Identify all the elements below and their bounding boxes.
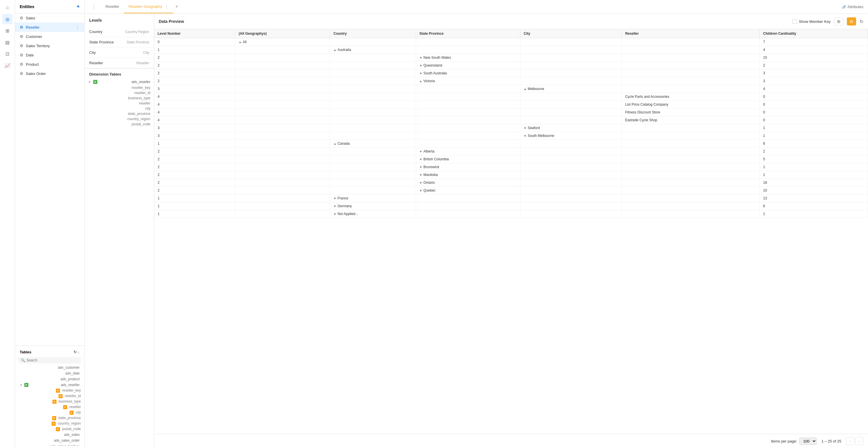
table-row: 1▼Not Applied...1 [154,210,868,218]
page-info: 1 – 25 of 25 [822,439,841,443]
nav-cart-icon[interactable]: ⊡ [2,48,13,59]
dim-field-city[interactable]: city [93,106,154,111]
sales-order-entity-icon: ⚙ [20,71,24,76]
dim-field-business-type[interactable]: business_type [93,96,154,101]
reseller-id-badge: D [59,394,63,398]
table-item-adv-date[interactable]: adv_date [15,371,84,376]
tables-label: Tables [20,350,31,354]
dim-table-adv-reseller[interactable]: ▼ E adv_reseller [85,79,154,85]
col-city: City [520,29,621,38]
items-per-page-select[interactable]: 100 50 25 [799,438,817,445]
dim-field-state-province[interactable]: state_province [93,111,154,116]
add-entity-icon[interactable]: + [76,3,80,9]
col-all-geographys: (All Geographys) [235,29,330,38]
state-province-badge: D [52,416,56,420]
table-item-adv-reseller[interactable]: ▼ E adv_reseller [15,382,84,388]
entity-item-product[interactable]: ⚙ Product [15,60,84,69]
col-country: Country [330,29,416,38]
table-name-adv-reseller: adv_reseller [30,383,80,387]
tables-search-input[interactable] [26,358,79,362]
field-reseller-id[interactable]: D reseller_id [15,393,84,399]
nav-home-icon[interactable]: ⌂ [2,2,13,13]
level-item-city[interactable]: City City [85,47,154,58]
tables-import-icon[interactable]: ↓ [78,350,80,354]
field-business-type[interactable]: D business_type [15,399,84,404]
nav-entities-icon[interactable]: ◎ [2,14,13,24]
table-row: 4Cycle Parts and Accessories0 [154,93,868,101]
pagination-nav: ‹ › [846,437,863,445]
dim-field-country-region[interactable]: country_region [93,116,154,122]
content-area: ⋮ Reseller Reseller Geography ⋮ + 🔗 Attr… [85,0,868,448]
table-row: 4Fitness Discount Store0 [154,108,868,116]
table-row: 2▼British Columbia5 [154,156,868,163]
field-country-region[interactable]: D country_region [15,421,84,426]
table-row: 2▼Ontario18 [154,179,868,187]
table-row: 3▼South Melbourne1 [154,132,868,140]
nav-chart-icon[interactable]: 📈 [2,60,13,71]
prev-page-button[interactable]: ‹ [846,437,854,445]
entity-item-sales-order[interactable]: ⚙ Sales Order [15,69,84,78]
dim-field-reseller-id[interactable]: reseller_id [93,90,154,96]
table-item-adv-customer[interactable]: adv_customer [15,365,84,371]
view-table-icon[interactable]: ⊞ [834,18,843,26]
entity-label-date: Date [26,53,34,57]
table-row: 1▼Germany6 [154,202,868,210]
level-item-country[interactable]: Country Country Region [85,27,154,37]
tables-section: Tables ↻ ↓ 🔍 adv_customer adv_da [15,346,84,448]
tab-reseller-geography[interactable]: Reseller Geography ⋮ [124,0,173,13]
table-item-adv-sales[interactable]: adv_sales [15,432,84,438]
table-item-adv-product[interactable]: adv_product [15,376,84,382]
field-reseller-key[interactable]: D reseller_key [15,388,84,393]
col-level-number: Level Number [154,29,235,38]
col-children-cardinality: Children Cardinality [760,29,868,38]
table-item-adv-sales-territory[interactable]: adv_sales_territory [15,443,84,446]
level-attr-state: State Province [127,40,149,44]
entity-panel-header: Entities + [15,0,84,13]
show-member-key-checkbox[interactable] [793,19,797,24]
attributes-link[interactable]: 🔗 Attributes [842,5,863,9]
reseller-badge: D [63,405,67,409]
level-item-state-province[interactable]: State Province State Province [85,37,154,47]
reseller-key-badge: D [56,389,60,393]
field-state-province[interactable]: D state_province [15,415,84,421]
level-item-reseller[interactable]: Reseller Reseller [85,58,154,68]
inner-content: Levels Country Country Region State Prov… [85,14,868,448]
dim-field-reseller-key[interactable]: reseller_key [93,85,154,90]
dim-field-reseller[interactable]: reseller [93,101,154,106]
data-table: Level Number (All Geographys) Country St… [154,29,868,218]
nav-dashboard-icon[interactable]: ▤ [2,37,13,47]
dim-table-name-adv-reseller: adv_reseller [99,80,150,84]
entity-label-sales-territory: Sales Territory [26,44,50,48]
field-city[interactable]: D city [15,410,84,415]
entity-item-date[interactable]: ⚙ Date [15,50,84,60]
view-grid-icon[interactable]: ⊟ [847,18,856,26]
items-per-page-control: Items per page: 100 50 25 [771,438,817,445]
entity-label-reseller: Reseller [26,25,40,30]
table-name-adv-sales-order: adv_sales_order [20,439,80,443]
tab-menu-icon[interactable]: ⋮ [89,4,98,9]
entity-item-sales-territory[interactable]: ⚙ Sales Territory [15,41,84,50]
table-row: 3▲Melbourne4 [154,85,868,93]
level-attr-reseller: Reseller [136,61,149,65]
table-item-adv-sales-order[interactable]: adv_sales_order [15,438,84,443]
reseller-more-icon[interactable]: ⋮ [75,25,80,30]
adv-reseller-type-badge: E [24,383,28,387]
nav-grid-icon[interactable]: ⊞ [2,26,13,36]
table-row: 1▲Australia4 [154,46,868,54]
table-row: 4Eastside Cycle Shop0 [154,116,868,124]
field-postal-code[interactable]: D postal_code [15,426,84,432]
entity-label-customer: Customer [26,34,42,39]
dim-field-postal-code[interactable]: postal_code [93,122,154,127]
entity-item-sales[interactable]: ⚙ Sales [15,13,84,23]
tab-reseller[interactable]: Reseller [101,0,124,13]
entity-item-reseller[interactable]: ⚙ Reseller ⋮ [15,23,84,32]
active-tab-more-icon[interactable]: ⋮ [165,5,168,9]
levels-panel: Levels Country Country Region State Prov… [85,14,154,448]
show-member-key-control: Show Member Key [793,19,831,24]
field-reseller[interactable]: D reseller [15,404,84,410]
entity-item-customer[interactable]: ⚙ Customer [15,32,84,41]
next-page-button[interactable]: › [855,437,863,445]
tables-refresh-icon[interactable]: ↻ [73,350,77,354]
preview-refresh-icon[interactable]: ↻ [860,19,863,24]
tab-add-icon[interactable]: + [173,4,181,10]
